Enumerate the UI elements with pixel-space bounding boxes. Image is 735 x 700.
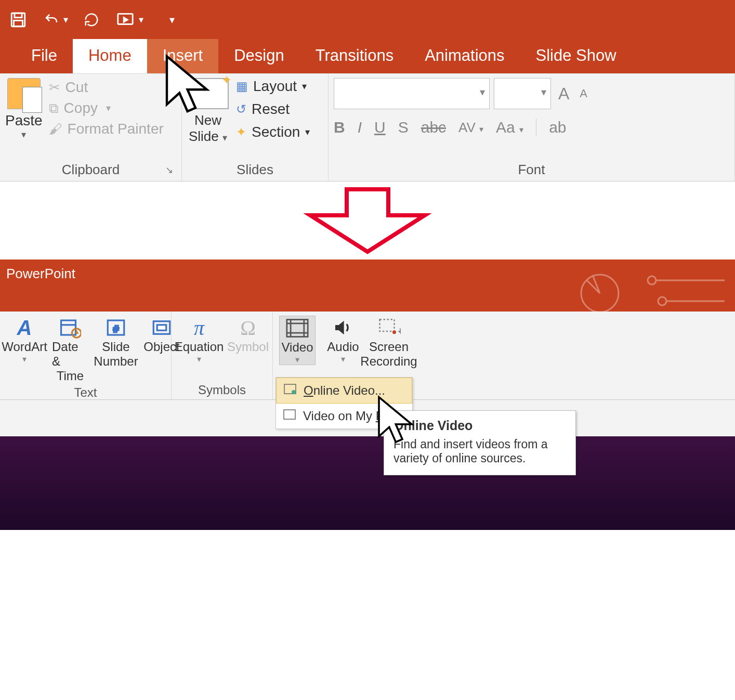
insert-ribbon: A WordArt ▾ Date & Time # Slide Number xyxy=(0,312,735,400)
paste-label: Paste xyxy=(5,112,43,129)
datetime-button[interactable]: Date & Time xyxy=(52,316,88,383)
chevron-down-icon: ▾ xyxy=(541,79,550,98)
svg-rect-7 xyxy=(61,320,76,335)
tab-animations[interactable]: Animations xyxy=(409,39,520,73)
copy-icon: ⧉ xyxy=(49,100,59,116)
svg-rect-1 xyxy=(15,13,22,18)
present-from-start-icon[interactable]: ▾ xyxy=(115,11,143,29)
screen-recording-button[interactable]: + Screen Recording xyxy=(371,316,407,369)
char-spacing-button[interactable]: AV ▾ xyxy=(458,120,483,136)
clipboard-launcher-icon[interactable]: ↘ xyxy=(165,164,173,176)
svg-point-15 xyxy=(392,330,396,334)
svg-point-18 xyxy=(292,390,296,394)
copy-label: Copy xyxy=(64,100,98,116)
cursor-annotation-icon xyxy=(161,52,218,127)
strikethrough-button[interactable]: abc xyxy=(421,119,446,136)
titlebar: PowerPoint xyxy=(0,260,735,312)
svg-point-6 xyxy=(658,297,666,305)
section-icon: ✦ xyxy=(236,125,246,139)
section-button[interactable]: ✦Section▾ xyxy=(236,124,310,140)
cut-button[interactable]: ✂Cut xyxy=(49,79,164,96)
save-icon[interactable] xyxy=(9,11,27,29)
svg-rect-19 xyxy=(284,410,295,419)
layout-button[interactable]: ▦Layout▾ xyxy=(236,78,310,95)
svg-rect-14 xyxy=(380,319,395,331)
cut-icon: ✂ xyxy=(49,80,60,96)
font-name-input[interactable]: ▾ xyxy=(334,78,490,109)
quick-access-toolbar: ▾ ▾ ▾ xyxy=(0,0,735,39)
home-ribbon: Paste ▾ ✂Cut ⧉Copy▾ 🖌Format Painter Clip… xyxy=(0,73,735,182)
italic-button[interactable]: I xyxy=(358,119,362,136)
online-video-label: Online Video... xyxy=(304,383,385,398)
online-video-icon xyxy=(284,383,296,398)
redo-icon[interactable] xyxy=(84,12,99,28)
clear-formatting-button[interactable]: ab xyxy=(549,119,566,136)
tab-file[interactable]: File xyxy=(16,39,73,73)
svg-point-5 xyxy=(648,276,656,284)
change-case-button[interactable]: Aa ▾ xyxy=(496,119,523,136)
app-title: PowerPoint xyxy=(6,266,75,282)
svg-rect-2 xyxy=(14,20,23,26)
chevron-down-icon: ▾ xyxy=(480,79,489,98)
reset-icon: ↺ xyxy=(236,102,246,116)
tab-transitions[interactable]: Transitions xyxy=(300,39,409,73)
wordart-button[interactable]: A WordArt ▾ xyxy=(6,316,43,364)
svg-text:+: + xyxy=(398,327,401,337)
tab-design[interactable]: Design xyxy=(218,39,300,73)
decoration-icon xyxy=(569,265,735,312)
video-on-pc-icon xyxy=(283,409,296,423)
decrease-font-icon[interactable]: A xyxy=(576,83,590,105)
cursor-annotation-icon xyxy=(374,395,421,454)
customize-qat-icon[interactable]: ▾ xyxy=(169,14,175,26)
tab-slideshow[interactable]: Slide Show xyxy=(520,39,632,73)
copy-button[interactable]: ⧉Copy▾ xyxy=(49,100,164,116)
symbol-button: Ω Symbol xyxy=(230,316,266,354)
tab-home[interactable]: Home xyxy=(73,39,147,73)
slidenumber-icon: # xyxy=(105,316,127,340)
audio-icon xyxy=(332,316,354,340)
symbols-group-label: Symbols xyxy=(178,381,266,397)
paste-icon xyxy=(7,78,41,109)
video-icon xyxy=(286,316,309,340)
format-painter-icon: 🖌 xyxy=(49,121,62,137)
slide-canvas[interactable] xyxy=(0,436,735,530)
paste-button[interactable]: Paste ▾ xyxy=(5,78,43,140)
cut-label: Cut xyxy=(65,79,88,96)
equation-button[interactable]: π Equation ▾ xyxy=(178,316,220,364)
ribbon-tabs: File Home Insert Design Transitions Anim… xyxy=(0,39,735,73)
reset-button[interactable]: ↺Reset xyxy=(236,101,310,118)
undo-icon[interactable]: ▾ xyxy=(43,12,68,28)
wordart-icon: A xyxy=(17,316,32,340)
arrow-annotation xyxy=(0,182,735,260)
slidenumber-button[interactable]: # Slide Number xyxy=(98,316,134,369)
paste-dropdown-icon[interactable]: ▾ xyxy=(21,129,26,140)
underline-button[interactable]: U xyxy=(374,119,386,136)
svg-rect-12 xyxy=(157,325,166,331)
audio-button[interactable]: Audio ▾ xyxy=(325,316,361,364)
font-group-label: Font xyxy=(334,160,729,179)
screen-recording-icon: + xyxy=(377,316,401,340)
svg-text:#: # xyxy=(113,323,119,334)
format-painter-button[interactable]: 🖌Format Painter xyxy=(49,121,164,137)
symbol-icon: Ω xyxy=(240,316,256,340)
format-painter-label: Format Painter xyxy=(68,121,164,137)
bold-button[interactable]: B xyxy=(334,119,345,136)
video-button[interactable]: Video ▾ xyxy=(279,316,316,365)
increase-font-icon[interactable]: A xyxy=(555,80,572,108)
clipboard-group-label: Clipboard↘ xyxy=(5,160,176,179)
text-group-label: Text xyxy=(6,383,165,400)
slides-group-label: Slides xyxy=(187,160,323,179)
datetime-icon xyxy=(59,316,81,340)
layout-icon: ▦ xyxy=(236,79,248,94)
object-icon xyxy=(151,316,173,340)
shadow-button[interactable]: S xyxy=(398,119,409,136)
font-size-input[interactable]: ▾ xyxy=(494,78,551,109)
equation-icon: π xyxy=(194,316,204,340)
